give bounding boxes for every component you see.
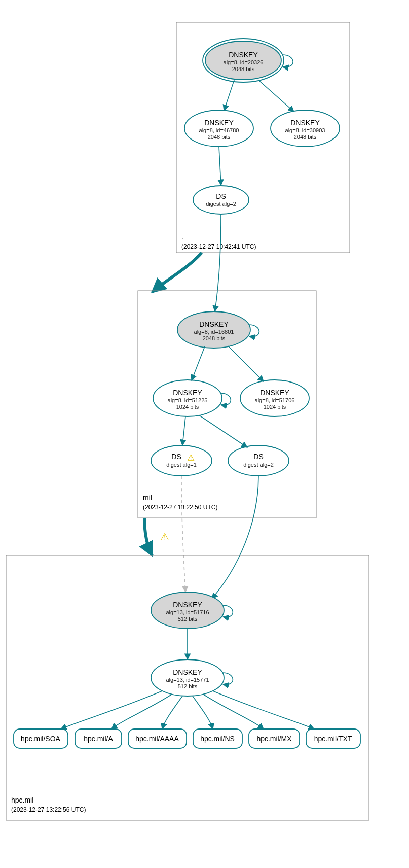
node-root-zsk2-l2: 2048 bits — [294, 134, 317, 140]
node-root-zsk2: DNSKEY alg=8, id=30903 2048 bits — [271, 110, 340, 147]
zone-hpc-label: hpc.mil — [11, 796, 33, 804]
node-mil-zsk2-l1: alg=8, id=51706 — [255, 397, 295, 403]
rr-mx: hpc.mil/MX — [249, 729, 300, 748]
edge-zsk-aaaa — [162, 696, 182, 729]
node-root-ksk-l2: 2048 bits — [232, 66, 255, 72]
edge-milds2-hpcksk — [212, 476, 258, 599]
edge-milksk-zsk1 — [192, 346, 205, 380]
node-mil-ksk-title: DNSKEY — [199, 320, 229, 328]
node-mil-ds1-title: DS — [171, 453, 181, 461]
rr-soa: hpc.mil/SOA — [14, 729, 68, 748]
warning-icon: ⚠ — [160, 531, 169, 542]
node-root-ds: DS digest alg=2 — [193, 186, 249, 214]
edge-milds1-hpcksk — [181, 476, 185, 592]
rr-ns: hpc.mil/NS — [193, 729, 242, 748]
rr-aaaa-label: hpc.mil/AAAA — [135, 735, 179, 743]
rr-a-label: hpc.mil/A — [84, 735, 113, 743]
rr-txt: hpc.mil/TXT — [306, 729, 360, 748]
zone-mil-label: mil — [143, 494, 152, 502]
node-root-ds-l1: digest alg=2 — [206, 201, 236, 207]
node-root-ksk-l1: alg=8, id=20326 — [224, 59, 264, 65]
edge-rootzsk1-ds — [219, 147, 221, 185]
edge-mil-to-hpc-thick — [144, 518, 152, 555]
zone-root-time: (2023-12-27 10:42:41 UTC) — [181, 243, 256, 250]
node-mil-zsk1-l1: alg=8, id=51225 — [168, 397, 208, 403]
node-hpc-zsk-title: DNSKEY — [173, 668, 202, 676]
svg-point-8 — [151, 445, 212, 476]
node-hpc-zsk: DNSKEY alg=13, id=15771 512 bits — [151, 659, 224, 696]
node-mil-zsk1: DNSKEY alg=8, id=51225 1024 bits — [153, 380, 222, 416]
node-hpc-ksk: DNSKEY alg=13, id=51716 512 bits — [151, 592, 224, 629]
zone-mil-time: (2023-12-27 13:22:50 UTC) — [143, 504, 217, 511]
edge-zsk-ns — [193, 696, 213, 729]
node-hpc-ksk-l2: 512 bits — [178, 616, 198, 622]
zone-root-label: . — [181, 233, 183, 241]
rr-aaaa: hpc.mil/AAAA — [128, 729, 187, 748]
rr-mx-label: hpc.mil/MX — [256, 735, 292, 743]
node-root-zsk2-l1: alg=8, id=30903 — [285, 127, 325, 133]
edge-rootksk-zsk1 — [224, 80, 234, 111]
node-mil-ksk-l1: alg=8, id=16801 — [194, 329, 234, 335]
node-root-ksk: DNSKEY alg=8, id=20326 2048 bits — [203, 39, 284, 82]
node-mil-ksk: DNSKEY alg=8, id=16801 2048 bits — [177, 311, 250, 348]
node-root-zsk1-l1: alg=8, id=46780 — [199, 127, 239, 133]
node-mil-zsk2: DNSKEY alg=8, id=51706 1024 bits — [240, 380, 309, 416]
edge-rootksk-zsk2 — [258, 80, 294, 112]
node-mil-ds2-title: DS — [253, 453, 263, 461]
node-hpc-ksk-title: DNSKEY — [173, 601, 202, 609]
node-mil-ksk-l2: 2048 bits — [203, 335, 226, 341]
rr-ns-label: hpc.mil/NS — [200, 735, 235, 743]
edge-rootds-milksk — [215, 214, 221, 311]
node-mil-zsk1-l2: 1024 bits — [176, 404, 199, 410]
node-root-zsk1-l2: 2048 bits — [208, 134, 231, 140]
node-root-ksk-title: DNSKEY — [229, 51, 258, 59]
node-hpc-ksk-l1: alg=13, id=51716 — [166, 609, 209, 615]
node-mil-zsk1-title: DNSKEY — [173, 389, 202, 397]
node-mil-ds2-l1: digest alg=2 — [243, 462, 274, 468]
edge-zsk-txt — [213, 691, 314, 729]
node-root-ds-title: DS — [216, 192, 226, 200]
zone-hpc-time: (2023-12-27 13:22:56 UTC) — [11, 806, 86, 813]
edge-root-to-mil-thick — [152, 253, 202, 292]
rr-a: hpc.mil/A — [75, 729, 122, 748]
rr-soa-label: hpc.mil/SOA — [21, 735, 60, 743]
node-root-zsk1-title: DNSKEY — [204, 119, 234, 127]
node-mil-zsk2-l2: 1024 bits — [264, 404, 286, 410]
node-root-zsk2-title: DNSKEY — [290, 119, 320, 127]
edge-milzsk1-ds1 — [182, 416, 185, 445]
node-mil-zsk2-title: DNSKEY — [260, 389, 289, 397]
node-mil-ds2: DS digest alg=2 — [228, 445, 289, 476]
edge-zsk-soa — [61, 691, 162, 729]
node-hpc-zsk-l2: 512 bits — [178, 683, 198, 689]
rr-txt-label: hpc.mil/TXT — [314, 735, 352, 743]
node-root-zsk1: DNSKEY alg=8, id=46780 2048 bits — [184, 110, 253, 147]
edge-milksk-zsk2 — [228, 346, 264, 381]
node-hpc-zsk-l1: alg=13, id=15771 — [166, 677, 209, 683]
edge-milzsk1-ds2 — [199, 415, 247, 447]
node-mil-ds1-l1: digest alg=1 — [166, 462, 197, 468]
svg-point-9 — [228, 445, 289, 476]
node-mil-ds1: DS ⚠ digest alg=1 — [151, 445, 212, 476]
